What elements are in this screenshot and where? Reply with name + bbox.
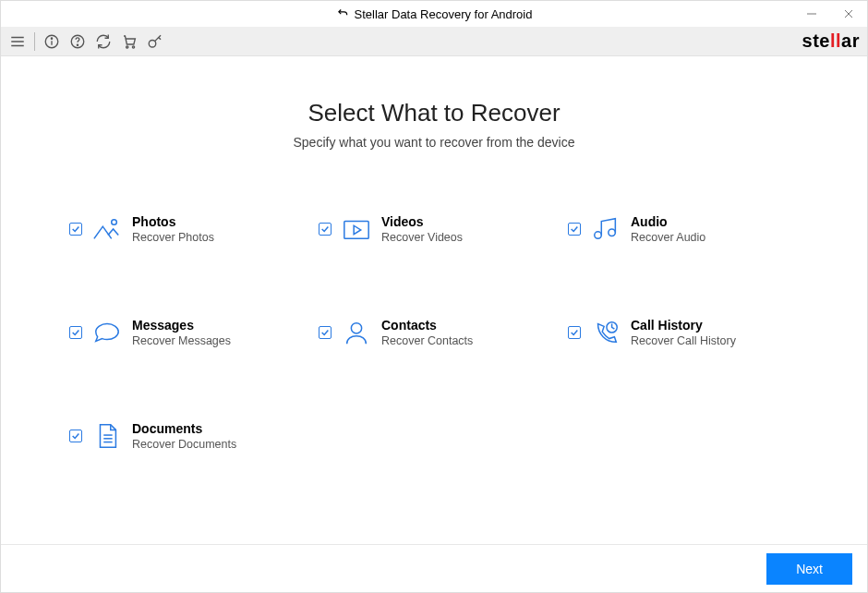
option-subtitle: Recover Call History	[631, 334, 736, 347]
main-content: Select What to Recover Specify what you …	[1, 56, 867, 544]
svg-point-12	[132, 45, 134, 47]
checkbox-photos[interactable]	[69, 223, 82, 236]
option-subtitle: Recover Videos	[381, 231, 463, 244]
menu-icon[interactable]	[8, 32, 27, 51]
callhistory-icon	[590, 319, 621, 346]
checkbox-callhistory[interactable]	[568, 326, 581, 339]
page-subtitle: Specify what you want to recover from th…	[1, 135, 867, 150]
help-icon[interactable]	[68, 32, 87, 51]
toolbar-separator	[34, 32, 35, 51]
contacts-icon	[341, 319, 372, 346]
svg-rect-15	[344, 222, 368, 239]
documents-icon	[91, 422, 123, 450]
close-button[interactable]	[830, 1, 867, 27]
brand-logo: stellar	[802, 30, 860, 52]
option-title: Photos	[132, 214, 214, 229]
option-title: Documents	[132, 421, 236, 436]
window-title: Stellar Data Recovery for Android	[355, 7, 533, 21]
svg-point-11	[127, 45, 128, 47]
option-title: Contacts	[381, 318, 473, 333]
option-subtitle: Recover Contacts	[381, 334, 473, 347]
option-subtitle: Recover Audio	[631, 231, 705, 244]
svg-point-14	[112, 220, 117, 225]
next-button[interactable]: Next	[766, 553, 852, 585]
option-subtitle: Recover Documents	[132, 438, 236, 451]
option-subtitle: Recover Photos	[132, 231, 214, 244]
option-title: Call History	[631, 318, 736, 333]
minimize-button[interactable]	[793, 1, 830, 27]
toolbar: stellar	[1, 27, 867, 56]
option-contacts[interactable]: ContactsRecover Contacts	[319, 318, 549, 347]
checkbox-audio[interactable]	[568, 223, 581, 236]
title-bar: Stellar Data Recovery for Android	[1, 1, 867, 27]
checkbox-documents[interactable]	[69, 430, 82, 442]
svg-point-18	[609, 229, 616, 236]
option-title: Messages	[132, 318, 231, 333]
checkbox-messages[interactable]	[69, 326, 82, 339]
messages-icon	[91, 319, 123, 346]
option-title: Videos	[381, 214, 463, 229]
option-documents[interactable]: DocumentsRecover Documents	[69, 421, 300, 451]
recovery-options-grid: PhotosRecover Photos VideosRecover Video…	[69, 214, 799, 451]
photos-icon	[91, 215, 123, 243]
option-messages[interactable]: MessagesRecover Messages	[69, 318, 300, 347]
key-icon[interactable]	[146, 32, 164, 51]
svg-marker-16	[354, 225, 361, 234]
svg-point-17	[595, 232, 602, 239]
cart-icon[interactable]	[120, 32, 139, 51]
option-callhistory[interactable]: Call HistoryRecover Call History	[568, 318, 799, 347]
info-icon[interactable]	[42, 32, 61, 51]
footer: Next	[1, 544, 867, 592]
option-photos[interactable]: PhotosRecover Photos	[69, 214, 300, 244]
checkbox-videos[interactable]	[319, 223, 332, 236]
option-title: Audio	[631, 214, 705, 229]
audio-icon	[590, 215, 621, 243]
page-title: Select What to Recover	[1, 99, 867, 127]
heading: Select What to Recover Specify what you …	[1, 99, 867, 150]
option-videos[interactable]: VideosRecover Videos	[319, 214, 549, 244]
option-subtitle: Recover Messages	[132, 334, 231, 347]
back-icon[interactable]	[336, 6, 349, 22]
option-audio[interactable]: AudioRecover Audio	[568, 214, 799, 244]
videos-icon	[341, 215, 372, 243]
checkbox-contacts[interactable]	[319, 326, 332, 339]
svg-point-19	[351, 323, 361, 333]
refresh-icon[interactable]	[94, 32, 113, 51]
svg-point-10	[77, 44, 78, 45]
svg-point-8	[51, 38, 52, 39]
